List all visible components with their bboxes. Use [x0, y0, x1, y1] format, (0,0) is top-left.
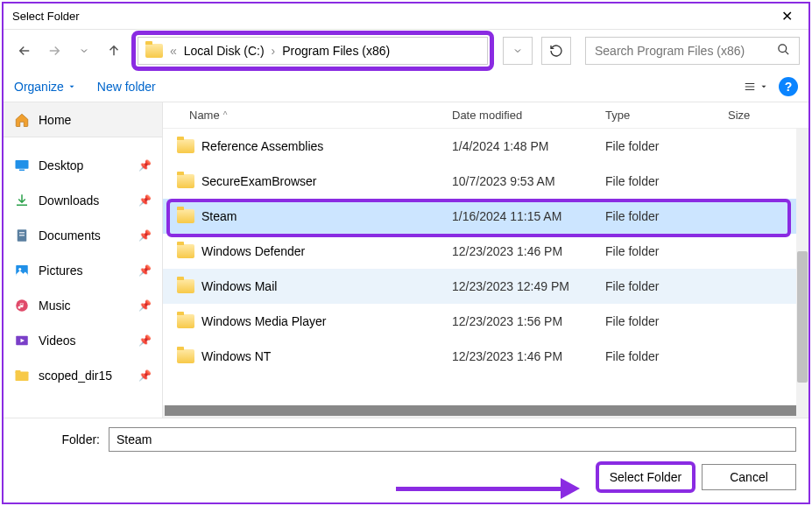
svg-rect-5	[19, 235, 25, 235]
view-options[interactable]	[742, 81, 768, 93]
nav-row: « Local Disk (C:) › Program Files (x86)	[4, 30, 808, 72]
sidebar-home-label: Home	[39, 113, 71, 127]
file-date: 1/4/2024 1:48 PM	[452, 139, 605, 153]
file-name: Windows NT	[201, 349, 271, 363]
svg-rect-11	[16, 370, 21, 373]
file-type: File folder	[605, 139, 728, 153]
annotation-arrow	[396, 483, 580, 494]
folder-input[interactable]	[109, 427, 796, 452]
body: Home Desktop📌Downloads📌Documents📌Picture…	[4, 102, 808, 418]
toolbar: Organize New folder ?	[4, 72, 808, 102]
file-type: File folder	[605, 314, 728, 328]
file-date: 10/7/2023 9:53 AM	[452, 174, 605, 188]
search-icon[interactable]	[777, 43, 790, 60]
svg-rect-10	[16, 372, 29, 382]
address-bar[interactable]: « Local Disk (C:) › Program Files (x86)	[138, 37, 488, 65]
sidebar-item[interactable]: Pictures📌	[4, 253, 162, 288]
svg-point-0	[779, 44, 787, 52]
file-row[interactable]: Windows NT12/23/2023 1:46 PMFile folder	[163, 339, 808, 374]
column-headers: Name^ Date modified Type Size	[163, 102, 808, 129]
svg-rect-1	[16, 160, 29, 169]
close-icon[interactable]: ✕	[774, 6, 800, 26]
recent-dropdown-icon[interactable]	[72, 39, 96, 63]
file-date: 12/23/2023 1:56 PM	[452, 314, 605, 328]
pin-icon: 📌	[138, 334, 152, 347]
sidebar-item[interactable]: scoped_dir15📌	[4, 358, 162, 393]
sidebar-icon	[14, 298, 30, 313]
breadcrumb-path[interactable]: Program Files (x86)	[282, 44, 390, 58]
file-row[interactable]: SecureExamBrowser10/7/2023 9:53 AMFile f…	[163, 164, 808, 199]
svg-rect-2	[19, 170, 25, 172]
file-name: Windows Defender	[201, 244, 305, 258]
file-type: File folder	[605, 209, 728, 223]
file-date: 12/23/2023 12:49 PM	[452, 279, 605, 293]
window-title: Select Folder	[12, 10, 80, 23]
pin-icon: 📌	[138, 159, 152, 172]
file-type: File folder	[605, 279, 728, 293]
svg-point-7	[18, 268, 21, 271]
col-name[interactable]: Name^	[163, 109, 452, 122]
sidebar-item-label: Pictures	[39, 264, 83, 278]
col-type[interactable]: Type	[605, 109, 728, 122]
hscrollbar[interactable]	[163, 405, 808, 418]
file-date: 1/16/2024 11:15 AM	[452, 209, 605, 223]
folder-icon	[177, 279, 194, 293]
file-row[interactable]: Windows Defender12/23/2023 1:46 PMFile f…	[163, 234, 808, 269]
select-folder-button[interactable]: Select Folder	[598, 464, 693, 490]
sidebar-icon	[14, 333, 30, 348]
address-dropdown[interactable]	[503, 37, 533, 65]
up-button[interactable]	[102, 39, 126, 63]
col-size[interactable]: Size	[728, 109, 780, 122]
sidebar-home[interactable]: Home	[4, 102, 162, 137]
file-name: SecureExamBrowser	[201, 174, 317, 188]
sidebar-icon	[14, 228, 30, 243]
sidebar-item[interactable]: Downloads📌	[4, 183, 162, 218]
file-row[interactable]: Steam1/16/2024 11:15 AMFile folder	[163, 199, 808, 234]
refresh-button[interactable]	[541, 37, 571, 65]
file-date: 12/23/2023 1:46 PM	[452, 349, 605, 363]
file-name: Windows Mail	[201, 279, 277, 293]
search-input[interactable]	[595, 44, 777, 58]
new-folder-button[interactable]: New folder	[97, 80, 156, 94]
folder-icon	[177, 139, 194, 153]
pin-icon: 📌	[138, 264, 152, 277]
folder-icon	[177, 174, 194, 188]
breadcrumb-prefix: «	[170, 44, 177, 58]
bottom-panel: Folder: Select Folder Cancel	[4, 418, 808, 502]
file-date: 12/23/2023 1:46 PM	[452, 244, 605, 258]
vscrollbar[interactable]	[796, 129, 808, 418]
file-pane: Name^ Date modified Type Size Reference …	[163, 102, 808, 418]
breadcrumb-root[interactable]: Local Disk (C:)	[184, 44, 265, 58]
sidebar-item-label: Videos	[39, 334, 76, 348]
file-type: File folder	[605, 244, 728, 258]
sidebar-icon	[14, 368, 30, 383]
titlebar: Select Folder ✕	[4, 4, 808, 30]
folder-icon	[177, 349, 194, 363]
organize-menu[interactable]: Organize	[14, 80, 76, 94]
back-button[interactable]	[12, 39, 37, 63]
file-name: Windows Media Player	[201, 314, 326, 328]
col-date[interactable]: Date modified	[452, 109, 605, 122]
search-box[interactable]	[585, 37, 800, 65]
file-type: File folder	[605, 174, 728, 188]
forward-button[interactable]	[42, 39, 67, 63]
file-row[interactable]: Windows Mail12/23/2023 12:49 PMFile fold…	[163, 269, 808, 304]
file-row[interactable]: Windows Media Player12/23/2023 1:56 PMFi…	[163, 304, 808, 339]
file-row[interactable]: Reference Assemblies1/4/2024 1:48 PMFile…	[163, 129, 808, 164]
cancel-button[interactable]: Cancel	[702, 464, 796, 490]
sidebar-item[interactable]: Music📌	[4, 288, 162, 323]
folder-icon	[177, 314, 194, 328]
file-list: Reference Assemblies1/4/2024 1:48 PMFile…	[163, 129, 808, 405]
folder-icon	[177, 209, 194, 223]
help-icon[interactable]: ?	[779, 77, 798, 96]
sidebar-item-label: Documents	[39, 228, 101, 242]
folder-label: Folder:	[16, 432, 100, 446]
sidebar-item[interactable]: Desktop📌	[4, 148, 162, 183]
sidebar: Home Desktop📌Downloads📌Documents📌Picture…	[4, 102, 163, 418]
sidebar-item[interactable]: Videos📌	[4, 323, 162, 358]
sidebar-item[interactable]: Documents📌	[4, 218, 162, 253]
dialog-window: Select Folder ✕ « Local Disk (C:) › Prog…	[2, 2, 810, 504]
svg-rect-4	[19, 232, 25, 233]
organize-label: Organize	[14, 80, 64, 94]
home-icon	[14, 112, 30, 128]
